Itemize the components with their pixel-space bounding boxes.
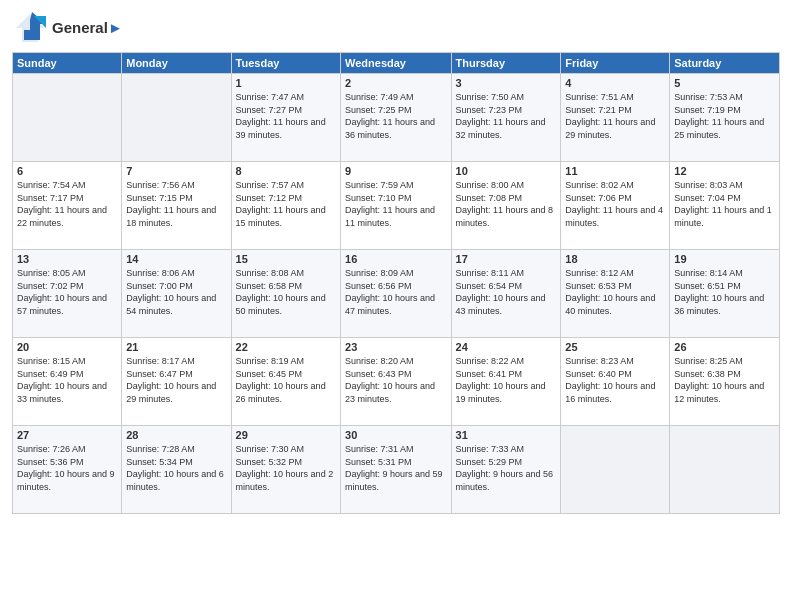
day-cell: 3Sunrise: 7:50 AM Sunset: 7:23 PM Daylig… bbox=[451, 74, 561, 162]
day-cell: 8Sunrise: 7:57 AM Sunset: 7:12 PM Daylig… bbox=[231, 162, 340, 250]
day-number: 17 bbox=[456, 253, 557, 265]
day-info: Sunrise: 8:02 AM Sunset: 7:06 PM Dayligh… bbox=[565, 179, 665, 229]
day-info: Sunrise: 8:20 AM Sunset: 6:43 PM Dayligh… bbox=[345, 355, 446, 405]
day-info: Sunrise: 8:09 AM Sunset: 6:56 PM Dayligh… bbox=[345, 267, 446, 317]
day-number: 10 bbox=[456, 165, 557, 177]
day-number: 25 bbox=[565, 341, 665, 353]
day-cell: 15Sunrise: 8:08 AM Sunset: 6:58 PM Dayli… bbox=[231, 250, 340, 338]
logo: General► bbox=[12, 10, 123, 46]
day-number: 21 bbox=[126, 341, 226, 353]
week-row-1: 1Sunrise: 7:47 AM Sunset: 7:27 PM Daylig… bbox=[13, 74, 780, 162]
day-number: 30 bbox=[345, 429, 446, 441]
day-number: 3 bbox=[456, 77, 557, 89]
day-number: 13 bbox=[17, 253, 117, 265]
day-cell: 4Sunrise: 7:51 AM Sunset: 7:21 PM Daylig… bbox=[561, 74, 670, 162]
day-info: Sunrise: 7:51 AM Sunset: 7:21 PM Dayligh… bbox=[565, 91, 665, 141]
day-info: Sunrise: 7:50 AM Sunset: 7:23 PM Dayligh… bbox=[456, 91, 557, 141]
day-number: 5 bbox=[674, 77, 775, 89]
day-cell: 25Sunrise: 8:23 AM Sunset: 6:40 PM Dayli… bbox=[561, 338, 670, 426]
day-cell: 21Sunrise: 8:17 AM Sunset: 6:47 PM Dayli… bbox=[122, 338, 231, 426]
day-cell: 23Sunrise: 8:20 AM Sunset: 6:43 PM Dayli… bbox=[341, 338, 451, 426]
day-info: Sunrise: 7:47 AM Sunset: 7:27 PM Dayligh… bbox=[236, 91, 336, 141]
day-info: Sunrise: 8:19 AM Sunset: 6:45 PM Dayligh… bbox=[236, 355, 336, 405]
day-cell: 28Sunrise: 7:28 AM Sunset: 5:34 PM Dayli… bbox=[122, 426, 231, 514]
day-number: 31 bbox=[456, 429, 557, 441]
day-number: 23 bbox=[345, 341, 446, 353]
day-cell: 20Sunrise: 8:15 AM Sunset: 6:49 PM Dayli… bbox=[13, 338, 122, 426]
day-info: Sunrise: 8:14 AM Sunset: 6:51 PM Dayligh… bbox=[674, 267, 775, 317]
day-number: 4 bbox=[565, 77, 665, 89]
day-number: 19 bbox=[674, 253, 775, 265]
day-info: Sunrise: 7:30 AM Sunset: 5:32 PM Dayligh… bbox=[236, 443, 336, 493]
day-number: 8 bbox=[236, 165, 336, 177]
day-number: 12 bbox=[674, 165, 775, 177]
day-number: 24 bbox=[456, 341, 557, 353]
day-number: 18 bbox=[565, 253, 665, 265]
day-cell: 2Sunrise: 7:49 AM Sunset: 7:25 PM Daylig… bbox=[341, 74, 451, 162]
day-cell: 19Sunrise: 8:14 AM Sunset: 6:51 PM Dayli… bbox=[670, 250, 780, 338]
day-info: Sunrise: 7:28 AM Sunset: 5:34 PM Dayligh… bbox=[126, 443, 226, 493]
day-cell: 5Sunrise: 7:53 AM Sunset: 7:19 PM Daylig… bbox=[670, 74, 780, 162]
col-header-monday: Monday bbox=[122, 53, 231, 74]
day-info: Sunrise: 7:33 AM Sunset: 5:29 PM Dayligh… bbox=[456, 443, 557, 493]
day-cell: 9Sunrise: 7:59 AM Sunset: 7:10 PM Daylig… bbox=[341, 162, 451, 250]
day-info: Sunrise: 8:00 AM Sunset: 7:08 PM Dayligh… bbox=[456, 179, 557, 229]
day-info: Sunrise: 8:23 AM Sunset: 6:40 PM Dayligh… bbox=[565, 355, 665, 405]
day-cell: 26Sunrise: 8:25 AM Sunset: 6:38 PM Dayli… bbox=[670, 338, 780, 426]
day-cell bbox=[122, 74, 231, 162]
day-info: Sunrise: 7:53 AM Sunset: 7:19 PM Dayligh… bbox=[674, 91, 775, 141]
day-info: Sunrise: 7:56 AM Sunset: 7:15 PM Dayligh… bbox=[126, 179, 226, 229]
day-info: Sunrise: 8:22 AM Sunset: 6:41 PM Dayligh… bbox=[456, 355, 557, 405]
day-cell bbox=[670, 426, 780, 514]
day-number: 1 bbox=[236, 77, 336, 89]
day-number: 29 bbox=[236, 429, 336, 441]
day-cell: 11Sunrise: 8:02 AM Sunset: 7:06 PM Dayli… bbox=[561, 162, 670, 250]
col-header-sunday: Sunday bbox=[13, 53, 122, 74]
day-number: 14 bbox=[126, 253, 226, 265]
day-info: Sunrise: 8:25 AM Sunset: 6:38 PM Dayligh… bbox=[674, 355, 775, 405]
col-header-thursday: Thursday bbox=[451, 53, 561, 74]
week-row-3: 13Sunrise: 8:05 AM Sunset: 7:02 PM Dayli… bbox=[13, 250, 780, 338]
day-cell: 18Sunrise: 8:12 AM Sunset: 6:53 PM Dayli… bbox=[561, 250, 670, 338]
day-number: 11 bbox=[565, 165, 665, 177]
day-cell: 6Sunrise: 7:54 AM Sunset: 7:17 PM Daylig… bbox=[13, 162, 122, 250]
day-cell: 24Sunrise: 8:22 AM Sunset: 6:41 PM Dayli… bbox=[451, 338, 561, 426]
week-row-5: 27Sunrise: 7:26 AM Sunset: 5:36 PM Dayli… bbox=[13, 426, 780, 514]
day-info: Sunrise: 8:05 AM Sunset: 7:02 PM Dayligh… bbox=[17, 267, 117, 317]
day-info: Sunrise: 7:31 AM Sunset: 5:31 PM Dayligh… bbox=[345, 443, 446, 493]
day-cell: 30Sunrise: 7:31 AM Sunset: 5:31 PM Dayli… bbox=[341, 426, 451, 514]
week-row-2: 6Sunrise: 7:54 AM Sunset: 7:17 PM Daylig… bbox=[13, 162, 780, 250]
day-info: Sunrise: 7:49 AM Sunset: 7:25 PM Dayligh… bbox=[345, 91, 446, 141]
day-cell: 7Sunrise: 7:56 AM Sunset: 7:15 PM Daylig… bbox=[122, 162, 231, 250]
day-number: 28 bbox=[126, 429, 226, 441]
day-cell bbox=[13, 74, 122, 162]
day-number: 20 bbox=[17, 341, 117, 353]
day-cell: 13Sunrise: 8:05 AM Sunset: 7:02 PM Dayli… bbox=[13, 250, 122, 338]
col-header-wednesday: Wednesday bbox=[341, 53, 451, 74]
day-number: 6 bbox=[17, 165, 117, 177]
day-cell bbox=[561, 426, 670, 514]
day-number: 27 bbox=[17, 429, 117, 441]
day-cell: 17Sunrise: 8:11 AM Sunset: 6:54 PM Dayli… bbox=[451, 250, 561, 338]
day-info: Sunrise: 8:12 AM Sunset: 6:53 PM Dayligh… bbox=[565, 267, 665, 317]
col-header-saturday: Saturday bbox=[670, 53, 780, 74]
day-number: 7 bbox=[126, 165, 226, 177]
calendar-header-row: SundayMondayTuesdayWednesdayThursdayFrid… bbox=[13, 53, 780, 74]
page: General► SundayMondayTuesdayWednesdayThu… bbox=[0, 0, 792, 612]
day-cell: 22Sunrise: 8:19 AM Sunset: 6:45 PM Dayli… bbox=[231, 338, 340, 426]
calendar-table: SundayMondayTuesdayWednesdayThursdayFrid… bbox=[12, 52, 780, 514]
day-info: Sunrise: 8:03 AM Sunset: 7:04 PM Dayligh… bbox=[674, 179, 775, 229]
day-info: Sunrise: 8:17 AM Sunset: 6:47 PM Dayligh… bbox=[126, 355, 226, 405]
day-number: 26 bbox=[674, 341, 775, 353]
header: General► bbox=[12, 10, 780, 46]
day-info: Sunrise: 7:59 AM Sunset: 7:10 PM Dayligh… bbox=[345, 179, 446, 229]
day-cell: 10Sunrise: 8:00 AM Sunset: 7:08 PM Dayli… bbox=[451, 162, 561, 250]
day-cell: 31Sunrise: 7:33 AM Sunset: 5:29 PM Dayli… bbox=[451, 426, 561, 514]
day-info: Sunrise: 7:54 AM Sunset: 7:17 PM Dayligh… bbox=[17, 179, 117, 229]
logo-icon bbox=[12, 10, 48, 46]
day-info: Sunrise: 8:06 AM Sunset: 7:00 PM Dayligh… bbox=[126, 267, 226, 317]
day-cell: 12Sunrise: 8:03 AM Sunset: 7:04 PM Dayli… bbox=[670, 162, 780, 250]
day-number: 9 bbox=[345, 165, 446, 177]
day-cell: 1Sunrise: 7:47 AM Sunset: 7:27 PM Daylig… bbox=[231, 74, 340, 162]
day-number: 22 bbox=[236, 341, 336, 353]
